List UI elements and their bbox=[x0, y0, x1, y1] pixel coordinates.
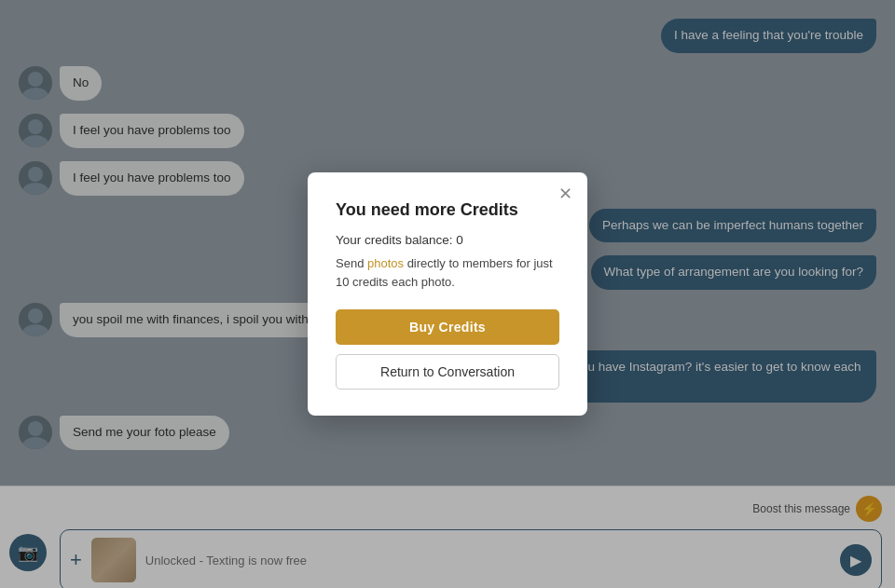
return-to-conversation-button[interactable]: Return to Conversation bbox=[336, 354, 559, 390]
photos-link[interactable]: photos bbox=[367, 256, 404, 270]
chat-background: I have a feeling that you're trouble No … bbox=[0, 0, 895, 588]
modal-title: You need more Credits bbox=[336, 200, 559, 220]
modal-description: Send photos directly to members for just… bbox=[336, 254, 559, 291]
modal-close-button[interactable]: ✕ bbox=[558, 185, 572, 202]
credits-modal: ✕ You need more Credits Your credits bal… bbox=[308, 172, 587, 416]
modal-overlay: ✕ You need more Credits Your credits bal… bbox=[0, 0, 895, 588]
buy-credits-button[interactable]: Buy Credits bbox=[336, 309, 559, 345]
modal-balance: Your credits balance: 0 bbox=[336, 233, 559, 247]
